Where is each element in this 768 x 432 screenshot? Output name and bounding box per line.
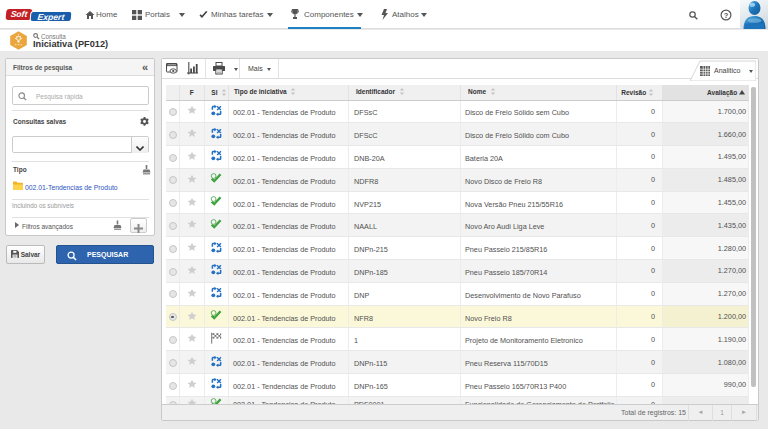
svg-text:?: ? — [724, 11, 729, 20]
